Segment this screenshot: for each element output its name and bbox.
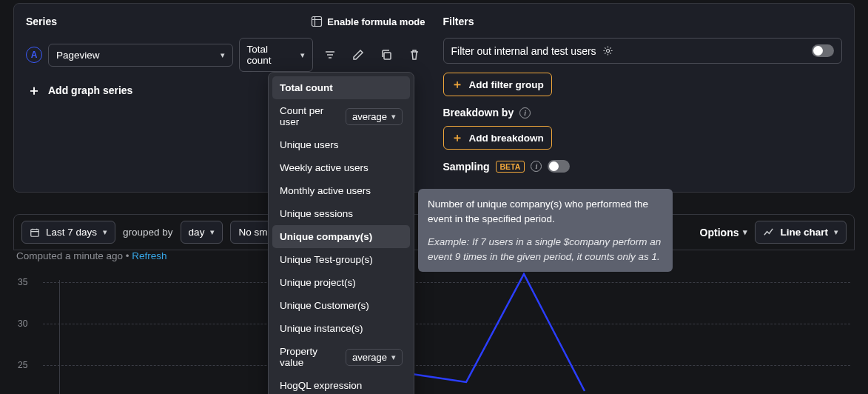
mini-sel-value: average [352,352,387,363]
dd-hogql[interactable]: HogQL expression [272,374,410,394]
event-select[interactable]: Pageview ▾ [48,44,233,67]
svg-rect-3 [31,229,39,236]
formula-mode-label: Enable formula mode [327,16,425,27]
chevron-down-icon: ▾ [391,112,396,121]
chevron-down-icon: ▾ [210,227,215,237]
chart-type-value: Line chart [780,227,828,238]
svg-rect-0 [312,17,322,27]
date-range-value: Last 7 days [46,227,97,238]
enable-formula-mode[interactable]: Enable formula mode [311,16,425,27]
y-tick: 25 [18,360,27,370]
gear-icon[interactable] [602,45,613,56]
svg-rect-1 [384,53,391,59]
dd-property-value[interactable]: Property value average▾ [272,340,410,374]
chevron-down-icon: ▾ [834,227,838,237]
filter-icon[interactable] [319,44,341,66]
dd-label: Total count [280,82,333,93]
delete-icon[interactable] [403,44,425,66]
dd-wau[interactable]: Weekly active users [272,156,410,179]
options-button[interactable]: Options ▾ [700,227,748,238]
options-label: Options [700,227,739,238]
dd-mau[interactable]: Monthly active users [272,179,410,202]
dd-count-per-user[interactable]: Count per user average▾ [272,99,410,133]
dd-total-count[interactable]: Total count [272,76,410,99]
dd-unique-project[interactable]: Unique project(s) [272,271,410,294]
internal-filter-label: Filter out internal and test users [451,45,596,57]
internal-filter-toggle[interactable] [812,44,834,57]
y-tick: 35 [18,277,27,287]
dd-label: Count per user [280,105,340,127]
refresh-link[interactable]: Refresh [132,250,166,261]
computed-text: Computed a minute ago [16,250,123,261]
dd-label: Monthly active users [280,185,371,196]
series-header: Series [26,16,57,27]
filters-header: Filters [443,16,843,27]
tooltip-text: Number of unique company(s) who performe… [428,197,663,226]
computed-status: Computed a minute ago • Refresh [16,250,167,261]
info-icon[interactable]: i [519,107,531,118]
dd-unique-instance[interactable]: Unique instance(s) [272,317,410,340]
dd-unique-sessions[interactable]: Unique sessions [272,202,410,225]
line-series [59,273,851,394]
sampling-label: Sampling [443,161,490,173]
aggregation-dropdown: Total count Count per user average▾ Uniq… [268,72,414,394]
property-value-agg[interactable]: average▾ [346,349,403,366]
dd-label: Unique sessions [280,208,353,219]
beta-badge: BETA [496,161,525,173]
tooltip-example: Example: If 7 users in a single $company… [428,235,663,264]
add-breakdown-button[interactable]: ＋ Add breakdown [443,126,552,150]
dd-label: Unique company(s) [280,231,372,242]
svg-point-2 [606,49,609,52]
event-value: Pageview [56,50,100,61]
add-breakdown-label: Add breakdown [469,133,544,144]
line-chart-icon [763,227,774,238]
formula-icon [311,16,323,27]
chevron-down-icon: ▾ [103,227,107,237]
plus-icon: ＋ [451,132,463,144]
dd-label: Unique project(s) [280,277,356,288]
chevron-down-icon: ▾ [743,227,747,237]
dd-unique-customer[interactable]: Unique Customer(s) [272,294,410,317]
grouped-by-text: grouped by [123,227,173,238]
chevron-down-icon: ▾ [391,353,396,362]
plus-icon: ＋ [451,79,463,90]
sampling-toggle[interactable] [548,160,570,173]
dd-unique-test-group[interactable]: Unique Test-group(s) [272,248,410,271]
dd-label: Unique instance(s) [280,323,363,334]
info-icon[interactable]: i [531,161,542,172]
add-series-label: Add graph series [48,84,132,96]
calendar-icon [30,227,40,238]
interval-select[interactable]: day ▾ [181,221,223,244]
chevron-down-icon: ▾ [300,50,305,60]
breakdown-label: Breakdown by [443,107,514,118]
mini-sel-value: average [352,111,387,122]
dd-label: Property value [280,346,340,368]
dd-unique-company[interactable]: Unique company(s) [272,225,410,248]
add-filter-group-label: Add filter group [469,79,544,90]
dd-label: Weekly active users [280,162,369,173]
dd-label: Unique users [280,139,339,150]
chart-area: 35 30 25 [18,273,850,391]
series-badge: A [26,47,42,63]
add-filter-group-button[interactable]: ＋ Add filter group [443,73,552,96]
count-per-user-agg[interactable]: average▾ [346,108,403,125]
dd-label: HogQL expression [280,380,362,391]
dd-unique-users[interactable]: Unique users [272,133,410,156]
aggregation-value: Total count [247,44,295,66]
chevron-down-icon: ▾ [221,50,225,60]
internal-users-filter: Filter out internal and test users [443,38,843,64]
plus-icon: ＋ [27,84,41,97]
aggregation-select[interactable]: Total count ▾ [239,38,313,72]
dd-label: Unique Test-group(s) [280,254,373,265]
interval-value: day [189,227,205,238]
edit-icon[interactable] [347,44,369,66]
date-range-select[interactable]: Last 7 days ▾ [21,221,115,244]
chart-type-select[interactable]: Line chart ▾ [755,221,847,244]
y-tick: 30 [18,318,27,329]
copy-icon[interactable] [375,44,397,66]
dd-label: Unique Customer(s) [280,300,369,311]
tooltip: Number of unique company(s) who performe… [418,189,673,272]
